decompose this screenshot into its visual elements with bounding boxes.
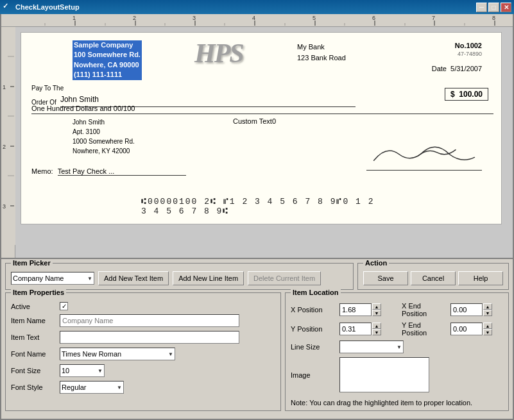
check-custom-text: Custom Text0 xyxy=(233,117,276,125)
y-end-input[interactable]: 0.00 xyxy=(450,323,483,335)
image-row: Image xyxy=(291,357,503,392)
svg-text:7: 7 xyxy=(432,15,435,21)
x-position-row: X Position 1.68 ▲ ▼ X End Position 0.00 … xyxy=(291,302,503,317)
y-position-row: Y Position 0.31 ▲ ▼ Y End Position 0.00 … xyxy=(291,321,503,337)
add-line-item-button[interactable]: Add New Line Item xyxy=(173,271,244,285)
y-end-label: Y End Position xyxy=(402,321,447,337)
help-button[interactable]: Help xyxy=(458,271,503,285)
item-picker-group: Item Picker Company Name Bank Name Check… xyxy=(5,263,354,290)
action-group: Action Save Cancel Help xyxy=(357,263,509,290)
item-properties-label: Item Properties xyxy=(11,289,66,296)
close-button[interactable]: ✕ xyxy=(501,3,511,12)
item-text-input[interactable] xyxy=(60,331,239,344)
ruler-row: // This will be drawn inline 1 2 3 4 5 6… xyxy=(1,14,513,27)
check-memo: Memo: Test Pay Check ... xyxy=(31,167,186,176)
y-end-up[interactable]: ▲ xyxy=(483,323,492,329)
check-signature xyxy=(366,139,482,171)
item-text-row: Item Text xyxy=(11,331,275,344)
x-end-up[interactable]: ▲ xyxy=(483,303,492,310)
x-end-spinner[interactable]: 0.00 ▲ ▼ xyxy=(450,303,492,316)
check-container[interactable]: Sample Company 100 Somewhere Rd. Nowhere… xyxy=(15,27,513,258)
company-line1: Sample Company xyxy=(74,40,141,50)
horizontal-ruler: // This will be drawn inline 1 2 3 4 5 6… xyxy=(15,14,513,26)
item-location-group: Item Location X Position 1.68 ▲ ▼ X End … xyxy=(285,292,509,411)
svg-text:6: 6 xyxy=(372,15,375,21)
line-size-select-wrapper[interactable] xyxy=(339,340,404,353)
y-end-spinner-btns: ▲ ▼ xyxy=(483,323,492,335)
date-label: Date xyxy=(432,65,447,72)
item-name-input[interactable] xyxy=(60,314,239,327)
x-pos-up[interactable]: ▲ xyxy=(372,303,381,310)
svg-text:1: 1 xyxy=(73,15,76,21)
check-routing: 47-74890 xyxy=(458,51,482,57)
cancel-button[interactable]: Cancel xyxy=(411,271,456,285)
maximize-button[interactable]: □ xyxy=(488,3,499,12)
line-size-row: Line Size xyxy=(291,340,503,353)
x-pos-spinner[interactable]: 1.68 ▲ ▼ xyxy=(339,303,381,316)
y-pos-input[interactable]: 0.31 xyxy=(339,323,372,335)
delete-item-button[interactable]: Delete Current Item xyxy=(248,271,321,285)
y-end-down[interactable]: ▼ xyxy=(483,329,492,335)
font-size-select[interactable]: 8 9 10 11 12 xyxy=(60,364,105,377)
bank-name: My Bank xyxy=(297,42,346,53)
check-address: John Smith Apt. 3100 1000 Somewhere Rd. … xyxy=(73,117,135,156)
save-button[interactable]: Save xyxy=(363,271,408,285)
font-size-select-wrapper[interactable]: 8 9 10 11 12 xyxy=(60,364,105,377)
title-bar: ✓ CheckLayoutSetup ─ □ ✕ xyxy=(0,0,514,14)
addr-line2: Apt. 3100 xyxy=(73,127,135,137)
check-number: No.1002 xyxy=(455,42,482,49)
add-text-item-button[interactable]: Add New Text Item xyxy=(98,271,169,285)
y-pos-down[interactable]: ▼ xyxy=(372,329,381,335)
font-name-select[interactable]: Arial Times New Roman Courier New Verdan… xyxy=(60,348,175,360)
y-pos-spinner[interactable]: 0.31 ▲ ▼ xyxy=(339,323,381,335)
y-end-spinner[interactable]: 0.00 ▲ ▼ xyxy=(450,323,492,335)
x-pos-down[interactable]: ▼ xyxy=(372,310,381,316)
item-picker-select-wrapper[interactable]: Company Name Bank Name Check Number Date… xyxy=(11,272,94,285)
check-company-name[interactable]: Sample Company 100 Somewhere Rd. Nowhere… xyxy=(73,40,142,80)
y-pos-spinner-btns: ▲ ▼ xyxy=(372,323,381,335)
font-size-label: Font Size xyxy=(11,367,56,374)
check-micr: ⑆00000100 2⑆ ⑈1 2 3 4 5 6 7 8 9⑈0 1 2 3 … xyxy=(141,197,381,216)
svg-text:3: 3 xyxy=(193,15,196,21)
check-bank-info: My Bank 123 Bank Road xyxy=(297,42,346,63)
font-name-label: Font Name xyxy=(11,350,56,358)
payto-line1: Pay To The xyxy=(31,84,356,93)
company-line4: (111) 111-1111 xyxy=(74,70,141,80)
main-window: // This will be drawn inline 1 2 3 4 5 6… xyxy=(0,14,514,420)
active-checkbox[interactable]: ✓ xyxy=(60,302,68,310)
image-label: Image xyxy=(291,371,336,379)
x-end-spinner-btns: ▲ ▼ xyxy=(483,303,492,316)
bank-address: 123 Bank Road xyxy=(297,53,346,63)
font-style-select[interactable]: Regular Bold Italic Bold Italic xyxy=(60,381,124,394)
item-text-label: Item Text xyxy=(11,333,56,341)
x-end-down[interactable]: ▼ xyxy=(483,310,492,316)
x-pos-input[interactable]: 1.68 xyxy=(339,303,372,316)
window-controls: ─ □ ✕ xyxy=(476,3,511,12)
check-preview[interactable]: Sample Company 100 Somewhere Rd. Nowhere… xyxy=(21,32,502,224)
date-value: 5/31/2007 xyxy=(450,65,482,72)
memo-text: Test Pay Check ... xyxy=(58,167,186,176)
addr-line4: Nowhere, KY 42000 xyxy=(73,146,135,156)
svg-text:2: 2 xyxy=(3,144,6,150)
bottom-panel: Item Picker Company Name Bank Name Check… xyxy=(1,258,513,415)
x-end-input[interactable]: 0.00 xyxy=(450,303,483,316)
image-preview xyxy=(339,357,429,392)
check-no-label: No. xyxy=(455,42,467,49)
font-style-select-wrapper[interactable]: Regular Bold Italic Bold Italic xyxy=(60,381,124,394)
font-style-label: Font Style xyxy=(11,383,56,391)
minimize-button[interactable]: ─ xyxy=(476,3,487,12)
x-end-label: X End Position xyxy=(402,302,447,317)
addr-line3: 1000 Somewhere Rd. xyxy=(73,137,135,146)
item-picker-select[interactable]: Company Name Bank Name Check Number Date… xyxy=(11,272,94,285)
font-name-select-wrapper[interactable]: Arial Times New Roman Courier New Verdan… xyxy=(60,348,175,360)
company-line2: 100 Somewhere Rd. xyxy=(74,50,141,60)
properties-location-row: Item Properties Active ✓ Item Name Item … xyxy=(5,292,509,411)
svg-text:3: 3 xyxy=(3,203,6,210)
action-label: Action xyxy=(363,259,389,267)
font-name-row: Font Name Arial Times New Roman Courier … xyxy=(11,348,275,360)
svg-text:1: 1 xyxy=(3,84,6,90)
item-location-label: Item Location xyxy=(291,289,341,296)
line-size-select[interactable] xyxy=(339,340,404,353)
window-title: CheckLayoutSetup xyxy=(15,3,476,11)
y-pos-up[interactable]: ▲ xyxy=(372,323,381,329)
